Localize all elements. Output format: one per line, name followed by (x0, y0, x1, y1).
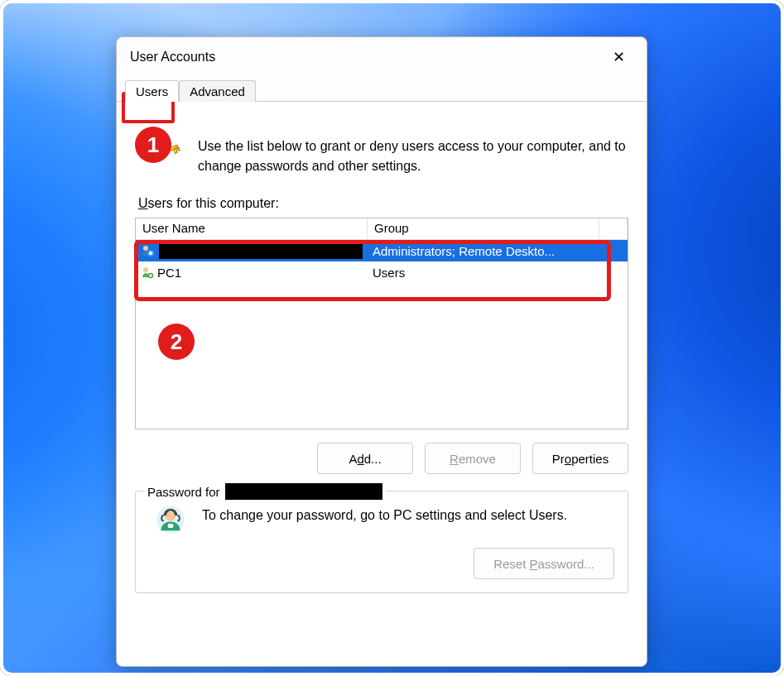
password-fieldset: Password for To change your password, go… (135, 491, 628, 593)
list-buttons-row: Add... Remove Properties (135, 443, 628, 474)
remove-button[interactable]: Remove (425, 443, 521, 474)
headset-user-icon (154, 503, 187, 536)
user-icon (141, 266, 154, 279)
properties-button[interactable]: Properties (532, 443, 628, 474)
cell-username: PC1 (157, 266, 181, 280)
keys-icon (152, 140, 183, 171)
column-header-username[interactable]: User Name (136, 218, 368, 240)
svg-rect-4 (177, 148, 180, 151)
add-button[interactable]: Add... (317, 443, 413, 474)
column-header-group[interactable]: Group (368, 218, 599, 240)
listview-header: User Name Group (136, 218, 628, 240)
user-accounts-dialog: User Accounts ✕ Users Advanced (116, 36, 647, 667)
svg-rect-7 (149, 252, 152, 255)
password-help-text: To change your password, go to PC settin… (202, 503, 567, 523)
tab-pane-users: Use the list below to grant or deny user… (117, 101, 647, 665)
svg-rect-12 (168, 524, 174, 528)
tab-advanced[interactable]: Advanced (179, 80, 256, 102)
svg-point-5 (143, 246, 148, 251)
cell-group: Administrators; Remote Deskto... (368, 242, 599, 260)
table-row[interactable]: PC1 Users (136, 261, 628, 283)
column-header-spacer (599, 218, 628, 240)
users-listview[interactable]: User Name Group Admi (135, 218, 628, 429)
table-row[interactable]: Administrators; Remote Deskto... (136, 240, 628, 261)
desktop-background: User Accounts ✕ Users Advanced (3, 3, 781, 673)
close-icon[interactable]: ✕ (602, 41, 635, 74)
users-list-label: Users for this computer: (138, 196, 628, 211)
instructions-row: Use the list below to grant or deny user… (135, 137, 628, 176)
reset-password-button[interactable]: Reset Password... (474, 548, 614, 579)
redacted-username (225, 483, 382, 500)
tab-users-label: Users (136, 84, 168, 98)
svg-rect-3 (174, 149, 178, 154)
tab-strip: Users Advanced (125, 77, 647, 102)
svg-point-8 (143, 267, 148, 272)
tab-users[interactable]: Users (125, 80, 179, 102)
cell-group: Users (368, 264, 599, 281)
window-title: User Accounts (130, 50, 215, 65)
user-icon (141, 244, 154, 257)
instructions-text: Use the list below to grant or deny user… (198, 137, 628, 176)
password-legend: Password for (144, 483, 386, 500)
tab-advanced-label: Advanced (190, 84, 245, 98)
titlebar: User Accounts ✕ (117, 37, 647, 77)
redacted-username (159, 242, 363, 259)
